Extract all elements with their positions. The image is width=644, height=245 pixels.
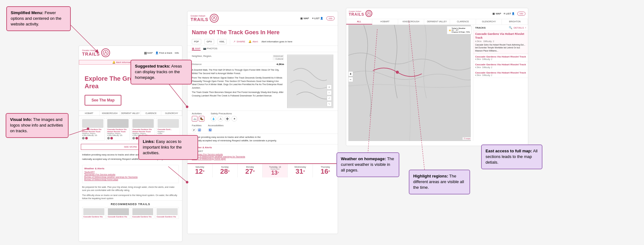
- forecast-day-label: Tuesday, 13: [263, 166, 287, 168]
- track-item-title: Cascade Gardens Via Hobart Rivulet Track: [475, 63, 526, 66]
- gpx-button[interactable]: GPX: [204, 39, 214, 44]
- kml-button[interactable]: KML: [217, 39, 227, 44]
- sun-icon: ☀️: [449, 29, 451, 31]
- rec-track-title: Cascade Gardens Via: [157, 216, 178, 218]
- track-desc-2: From The Historic Mt Nelson Signal Stati…: [192, 76, 284, 90]
- activity-icon: [107, 137, 110, 139]
- map-view-nav: ▦ MAP ≡ LIST 👤 Info: [492, 12, 525, 16]
- zoom-out-button[interactable]: −: [327, 90, 332, 95]
- nav-map[interactable]: ▦ MAP: [492, 12, 501, 15]
- info-button[interactable]: Info: [326, 16, 335, 20]
- nav-map[interactable]: ▦ MAP: [300, 17, 309, 20]
- annotation-visual-info: Visual Info: The images and logos show i…: [6, 113, 69, 138]
- tasalert-label: TasALERT: [192, 150, 333, 153]
- tab-kingborough[interactable]: KINGBOROUGH: [100, 111, 120, 116]
- bom-warnings-link[interactable]: Bureau of Meteorology weather warnings f…: [192, 155, 333, 158]
- tab-clarence[interactable]: CLARENCE: [141, 111, 162, 116]
- annotation-title: East access to full map:: [486, 149, 532, 153]
- pdf-button[interactable]: PDF: [192, 39, 201, 44]
- share-button[interactable]: ↗ SHARE: [233, 40, 245, 43]
- nav-find-track[interactable]: 👤 Find a track: [155, 52, 172, 54]
- annotation-title: Weather on homepage:: [341, 156, 386, 161]
- bom-home-link[interactable]: Bureau of Meteorology home page: [84, 178, 177, 181]
- safety-label: Safety Precautions: [211, 112, 237, 115]
- track-card[interactable]: Cascade Gardens Via Hobart Rivulet Track…: [81, 118, 105, 141]
- nav-map[interactable]: ▦ MAP: [144, 51, 153, 55]
- accessible-icon: ♿: [208, 128, 212, 132]
- fire-service-link[interactable]: Tasmanian Fire Service website: [192, 153, 333, 155]
- category2: Cultural: [273, 57, 284, 60]
- tasalert-link[interactable]: TasALERT: [84, 171, 177, 173]
- fullscreen-button[interactable]: ⤢: [327, 96, 332, 101]
- list-icon: ≡: [504, 12, 505, 15]
- logo-trails: TRAILS: [191, 17, 208, 22]
- annotation-title: Visual Info:: [10, 117, 32, 122]
- filter-glenorchy[interactable]: GLENORCHY: [476, 19, 502, 24]
- activity-icon: [132, 137, 135, 139]
- filter-clarence[interactable]: CLARENCE: [450, 19, 476, 24]
- nav-info[interactable]: Info: [175, 52, 179, 54]
- fire-service-link[interactable]: Tasmanian Fire Service website: [84, 173, 177, 176]
- rec-track[interactable]: Cascade Gardens Via: [131, 207, 155, 219]
- forecast-temp: 13°: [263, 170, 287, 176]
- subnav-photos[interactable]: 📷 PHOTOS: [203, 47, 218, 51]
- selected-track-detail[interactable]: Cascade Gardens Via Hobart Rivulet Track…: [473, 31, 528, 54]
- track-difficulty: Difficulty: 2: [483, 40, 494, 42]
- track-desc-3: The Track Grade Then Becomes Steeper And…: [192, 91, 284, 97]
- homepage-nav: ▦ MAP 👤 Find a track Info: [144, 51, 179, 55]
- zoom-controls[interactable]: + −: [348, 71, 353, 82]
- facilities-section: Facilities P 🚻: [192, 124, 202, 132]
- track-image: [132, 119, 154, 128]
- person-icon: 👤: [155, 52, 158, 54]
- rec-track[interactable]: Cascade Gardens Via: [107, 207, 130, 219]
- see-map-button[interactable]: See The Map: [85, 95, 121, 106]
- filter-brighton[interactable]: BRIGHTON: [502, 19, 528, 24]
- screen-map-view: Greater Hobart TRAILS ▦ MAP ≡ LIST 👤 Inf…: [346, 8, 528, 146]
- weather-forecast-bar: Saturday 12° Sunday 28° Monday 27° Tuesd…: [187, 163, 338, 177]
- track-card[interactable]: Cascade Gardens Via Hobart Rivulet Track…: [106, 118, 130, 141]
- zoom-out-button[interactable]: −: [348, 77, 353, 82]
- water-icon: 💧: [211, 116, 216, 122]
- user-icon: 👤: [320, 17, 323, 20]
- filter-kingborough[interactable]: KINGBOROUGH: [398, 19, 424, 24]
- rec-track[interactable]: Cascade Gardens Via: [82, 207, 106, 219]
- footer-text: Be prepared for the walk. Plan your trip…: [79, 184, 182, 193]
- track-list-item[interactable]: Cascade Gardens Via Hobart Rivulet Track…: [473, 54, 528, 62]
- map-area: ☀️ Today's Weather 21° · 27° Chance Of R…: [346, 25, 473, 141]
- bom-warnings-link[interactable]: Bureau of Meteorology weather warnings f…: [84, 176, 177, 178]
- track-list-item[interactable]: Cascade Gardens Via Hobart Rivulet Track…: [473, 62, 528, 70]
- tab-glenorchy[interactable]: GLENORCHY: [161, 111, 182, 116]
- details-label: DETAILS: [514, 26, 524, 29]
- track-image: [82, 119, 103, 128]
- activity-icons: 🚲 🥾: [192, 116, 204, 122]
- filter-all[interactable]: ALL: [346, 19, 372, 24]
- forecast-temp: 12°: [188, 168, 212, 175]
- zoom-in-button[interactable]: +: [327, 84, 332, 90]
- logo-trails: TRAILS: [349, 12, 364, 17]
- subnav-map[interactable]: ▦ MAP: [192, 47, 201, 51]
- filter-hobart[interactable]: HOBART: [372, 19, 398, 24]
- info-button[interactable]: Info: [517, 12, 525, 16]
- annotation-links: Links: Easy acces to important links for…: [138, 135, 198, 160]
- links-text-2: nationally accepted way of minimising Re…: [192, 139, 333, 142]
- collapse-button[interactable]: ⤡: [327, 101, 332, 106]
- filter-derwent[interactable]: DERWENT VALLEY: [424, 19, 450, 24]
- nav-list[interactable]: ≡ LIST 👤: [504, 12, 515, 15]
- bom-home-link[interactable]: Bureau of Meteorology home page: [192, 158, 333, 160]
- nav-list[interactable]: ≡ LIST 👤: [312, 17, 324, 20]
- annotation-title: Suggested tracks:: [135, 64, 170, 68]
- track-title: Cascade Gardens Via Hobart Rivulet Track: [132, 128, 154, 133]
- forecast-monday: Monday 27°: [238, 164, 263, 177]
- map-controls[interactable]: + − ⤢ ⤡: [327, 84, 332, 106]
- alert-icon: 🔔: [112, 61, 115, 64]
- rec-track[interactable]: Cascade Gardens Via: [155, 207, 179, 219]
- map-svg: [346, 25, 473, 141]
- toilet-icon: 🚻: [197, 128, 202, 132]
- tab-derwent[interactable]: DERWENT VALLEY: [120, 111, 141, 116]
- weather-alerts-box: Weather & Alerts TasALERT Tasmanian Fire…: [82, 165, 179, 183]
- forecast-temp: 31°: [288, 168, 312, 175]
- track-list-item[interactable]: Cascade Gardens Via Hobart Rivulet Track…: [473, 70, 528, 78]
- zoom-in-button[interactable]: +: [348, 71, 353, 76]
- logo-trails: TRAILS: [82, 52, 100, 57]
- tab-hobart[interactable]: HOBART: [79, 111, 100, 116]
